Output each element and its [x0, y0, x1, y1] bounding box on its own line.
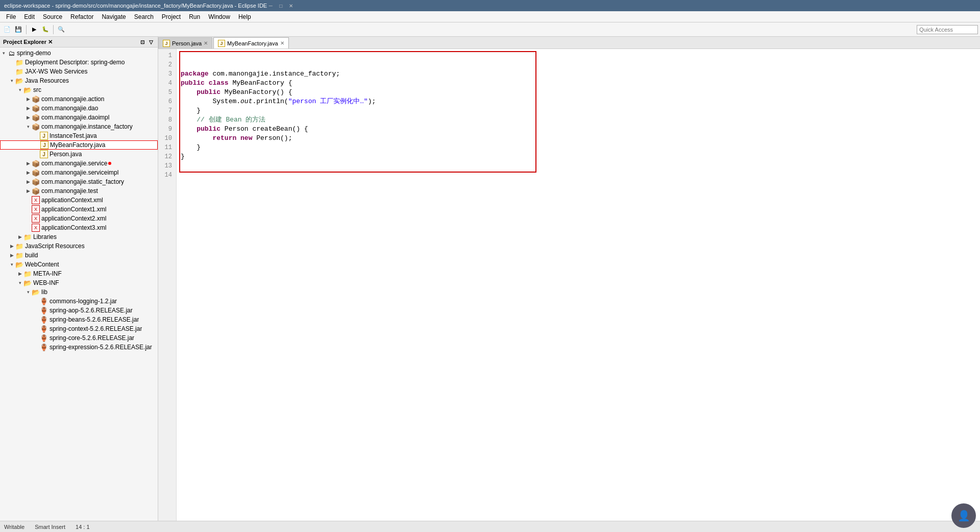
tree-item-pkg-dao[interactable]: ▶📦com.manongajie.dao	[0, 104, 158, 113]
tree-item-pkg-daoimpl[interactable]: ▶📦com.manongajie.daoimpl	[0, 113, 158, 122]
tree-toggle-pkg-test[interactable]: ▶	[24, 188, 32, 194]
tree-item-jar2[interactable]: 🏺spring-aop-5.2.6.RELEASE.jar	[0, 306, 158, 315]
tree-item-lib[interactable]: ▾📂lib	[0, 287, 158, 297]
menu-item-project[interactable]: Project	[158, 12, 185, 21]
tree-toggle-js-resources[interactable]: ▶	[8, 244, 15, 249]
tree-toggle-java-resources[interactable]: ▾	[8, 78, 15, 83]
menu-item-search[interactable]: Search	[130, 12, 158, 21]
save-button[interactable]: 💾	[13, 25, 23, 35]
tree-label-pkg-action: com.manongajie.action	[41, 95, 104, 103]
close-button[interactable]: ✕	[287, 2, 295, 9]
tree-item-meta-inf[interactable]: ▶📁META-INF	[0, 269, 158, 278]
tree-item-appctx4[interactable]: XapplicationContext3.xml	[0, 223, 158, 232]
tab-close-tab-mybeanfactory[interactable]: ✕	[280, 40, 284, 46]
quick-access-input[interactable]	[917, 25, 978, 34]
tree-icon-folder: 📁	[15, 67, 23, 76]
tree-item-jar5[interactable]: 🏺spring-core-5.2.6.RELEASE.jar	[0, 333, 158, 343]
maximize-button[interactable]: □	[277, 2, 284, 9]
tree-item-pkg-serviceimpl[interactable]: ▶📦com.manongajie.serviceimpl	[0, 168, 158, 177]
tab-close-tab-person[interactable]: ✕	[204, 40, 208, 46]
tree-item-jar1[interactable]: 🏺commons-logging-1.2.jar	[0, 297, 158, 306]
tree-item-pkg-static[interactable]: ▶📦com.manongajie.static_factory	[0, 177, 158, 186]
tree-item-mybeanfactory[interactable]: JMyBeanFactory.java	[0, 140, 158, 150]
tree-icon-package: 📦	[32, 104, 40, 112]
tree-item-jaxws[interactable]: 📁JAX-WS Web Services	[0, 67, 158, 76]
menu-icon[interactable]: ▽	[148, 38, 155, 45]
debug-button[interactable]: 🐛	[40, 25, 51, 35]
tree-toggle-pkg-daoimpl[interactable]: ▶	[24, 115, 32, 120]
tree-toggle-pkg-serviceimpl[interactable]: ▶	[24, 170, 32, 175]
tree-item-deployment[interactable]: 📁Deployment Descriptor: spring-demo	[0, 58, 158, 67]
menu-item-edit[interactable]: Edit	[20, 12, 39, 21]
menu-item-source[interactable]: Source	[39, 12, 66, 21]
tree-item-java-resources[interactable]: ▾📂Java Resources	[0, 76, 158, 85]
tree-icon-folder: 📂	[23, 279, 32, 287]
tab-person[interactable]: JPerson.java✕	[158, 37, 212, 49]
tree-toggle-web-inf[interactable]: ▾	[16, 280, 23, 285]
tree-item-instancetest[interactable]: JInstanceTest.java	[0, 131, 158, 140]
cursor-position: 14 : 1	[76, 524, 90, 530]
tree-toggle-pkg-instance[interactable]: ▾	[24, 124, 32, 129]
tree-item-pkg-test[interactable]: ▶📦com.manongajie.test	[0, 186, 158, 196]
quick-access-area	[917, 25, 978, 34]
tree-item-src[interactable]: ▾📂src	[0, 85, 158, 94]
menu-item-navigate[interactable]: Navigate	[97, 12, 130, 21]
tree-toggle-spring-demo[interactable]: ▾	[0, 51, 7, 56]
code-editor[interactable]: 1234567891011121314 package com.manongaj…	[158, 49, 980, 521]
menu-item-file[interactable]: File	[2, 12, 20, 21]
tree-icon-folder: 📂	[15, 77, 23, 85]
tree-icon-folder: 📁	[23, 270, 32, 278]
tree-item-pkg-action[interactable]: ▶📦com.manongajie.action	[0, 94, 158, 104]
tree-icon-package: 📦	[32, 178, 40, 186]
tree-icon-project: 🗂	[7, 49, 15, 57]
tree-label-pkg-service: com.manongajie.service	[41, 160, 107, 167]
tree-item-appctx2[interactable]: XapplicationContext1.xml	[0, 205, 158, 214]
tree-icon-package: 📦	[32, 168, 40, 177]
tree-label-instancetest: InstanceTest.java	[50, 132, 97, 139]
tree-item-person[interactable]: JPerson.java	[0, 150, 158, 159]
run-button[interactable]: ▶	[29, 25, 39, 35]
tree-item-jar3[interactable]: 🏺spring-beans-5.2.6.RELEASE.jar	[0, 315, 158, 324]
tree-toggle-pkg-service[interactable]: ▶	[24, 161, 32, 166]
tree-toggle-pkg-static[interactable]: ▶	[24, 179, 32, 184]
tree-item-pkg-instance[interactable]: ▾📦com.manongajie.instance_factory	[0, 122, 158, 131]
tree-toggle-src[interactable]: ▾	[16, 87, 23, 92]
tree-item-js-resources[interactable]: ▶📁JavaScript Resources	[0, 241, 158, 251]
tree-label-spring-demo: spring-demo	[17, 50, 51, 57]
tree-toggle-libraries[interactable]: ▶	[16, 234, 23, 239]
tree-item-web-inf[interactable]: ▾📂WEB-INF	[0, 278, 158, 287]
tree-label-person: Person.java	[50, 151, 82, 158]
code-content[interactable]: package com.manongajie.instance_factory;…	[177, 49, 980, 521]
tree-item-pkg-service[interactable]: ▶📦com.manongajie.service	[0, 159, 158, 168]
tree-item-webcontent[interactable]: ▾📂WebContent	[0, 260, 158, 269]
tree-item-appctx3[interactable]: XapplicationContext2.xml	[0, 214, 158, 223]
menu-item-refactor[interactable]: Refactor	[66, 12, 97, 21]
tree-icon-package: 📦	[32, 159, 40, 167]
tree-icon-java: J	[40, 141, 48, 149]
tree-item-build[interactable]: ▶📁build	[0, 251, 158, 260]
tree-item-jar4[interactable]: 🏺spring-context-5.2.6.RELEASE.jar	[0, 324, 158, 333]
tree-label-webcontent: WebContent	[25, 261, 59, 268]
tree-item-jar6[interactable]: 🏺spring-expression-5.2.6.RELEASE.jar	[0, 343, 158, 352]
tree-toggle-lib[interactable]: ▾	[24, 289, 32, 295]
tree-toggle-pkg-dao[interactable]: ▶	[24, 106, 32, 111]
search-button[interactable]: 🔍	[56, 25, 66, 35]
tree-toggle-webcontent[interactable]: ▾	[8, 262, 15, 267]
tab-mybeanfactory[interactable]: JMyBeanFactory.java✕	[213, 37, 288, 49]
menu-item-run[interactable]: Run	[185, 12, 204, 21]
collapse-all-icon[interactable]: ⊡	[139, 38, 146, 45]
toolbar-sep-1	[26, 25, 27, 34]
menu-item-window[interactable]: Window	[204, 12, 234, 21]
tree-item-spring-demo[interactable]: ▾🗂spring-demo	[0, 49, 158, 58]
tree-toggle-meta-inf[interactable]: ▶	[16, 271, 23, 276]
tree-toggle-pkg-action[interactable]: ▶	[24, 96, 32, 102]
code-line-6: System.out.println("person 工厂实例化中…");	[181, 97, 976, 106]
tree-toggle-build[interactable]: ▶	[8, 253, 15, 258]
tree-item-libraries[interactable]: ▶📁Libraries	[0, 232, 158, 241]
minimize-button[interactable]: ─	[267, 2, 274, 9]
menu-item-help[interactable]: Help	[234, 12, 255, 21]
avatar[interactable]: 👤	[951, 503, 976, 528]
tree-item-appctx1[interactable]: XapplicationContext.xml	[0, 196, 158, 205]
tree-label-appctx2: applicationContext1.xml	[41, 206, 106, 213]
new-button[interactable]: 📄	[2, 25, 12, 35]
